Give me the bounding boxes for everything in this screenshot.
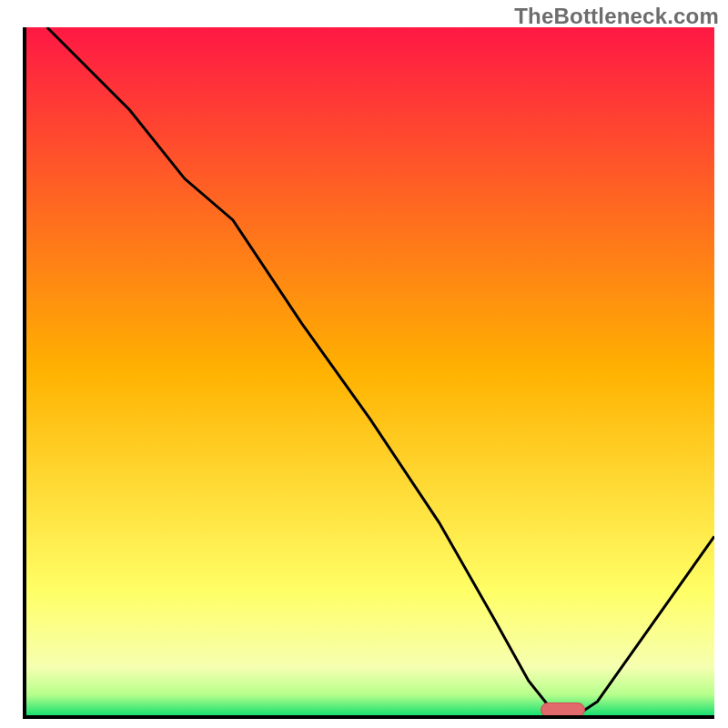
plot-frame — [23, 27, 714, 719]
optimal-point-marker — [541, 703, 585, 715]
watermark-text: TheBottleneck.com — [514, 4, 719, 29]
chart-canvas: TheBottleneck.com — [0, 0, 728, 728]
plot-area — [26, 27, 714, 715]
bottleneck-curve — [26, 27, 714, 715]
